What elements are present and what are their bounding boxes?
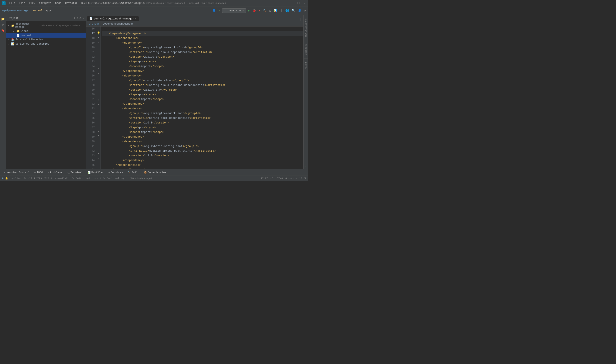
bottom-tab-todo-label: TODO [37, 171, 43, 174]
scratches-icon: 📝 [11, 42, 14, 46]
title-bar: J File Edit View Navigate Code Refactor … [0, 0, 308, 6]
translate-icon[interactable]: 🌐 [285, 8, 290, 13]
tree-root[interactable]: ▾ 📁 equipment-manage D:\YhcResource\myPr… [6, 22, 86, 29]
navigate-back-icon[interactable]: ◀ [45, 8, 48, 13]
toolbar-right: 👤 ✓ Current File ▾ ▶ 🐞 ■ 🔨 ◎ 📊 ⋮ 🌐 🔍 👤 ⚙ [212, 8, 306, 13]
search-everywhere-icon[interactable]: 🔍 [291, 8, 296, 13]
tree-root-path: D:\YhcResource\myProject\IdeaP... [38, 24, 84, 27]
bottom-tab-todo[interactable]: ☑ TODO [32, 170, 45, 175]
sync-ok-icon: ✓ [305, 165, 307, 168]
breadcrumb-sep: › [100, 22, 102, 26]
toolbar: equipment-manage › pom.xml ◀ ▶ 👤 ✓ Curre… [0, 6, 308, 15]
line-numbers: 1617181920212223242526272829303132333435… [86, 26, 96, 169]
tab-close-button[interactable]: ✕ [135, 17, 137, 20]
code-content[interactable]: <dependencyManagement> <dependencies> <d… [101, 26, 303, 169]
bottom-tab-profiler[interactable]: 📊 Profiler [85, 170, 106, 175]
tree-arrow-scratches: ▶ [8, 43, 10, 45]
tree-scratches[interactable]: ▶ 📝 Scratches and Consoles [6, 42, 86, 46]
bottom-tab-terminal[interactable]: >_ Terminal [65, 170, 85, 175]
structure-icon[interactable]: S [1, 23, 5, 26]
status-line-col[interactable]: 17:27 [261, 177, 268, 180]
bottom-tab-problems[interactable]: ⚠ Problems [45, 170, 64, 175]
stop-button[interactable]: ■ [258, 8, 261, 13]
tab-actions: ⋮ [299, 18, 303, 21]
project-panel-title: Project [8, 17, 72, 20]
gutter: 💡▾▾▾▾▾▾▾▾▾▾ [96, 26, 101, 169]
close-button[interactable]: ✕ [303, 1, 306, 5]
bottom-tab-deps-label: Dependencies [148, 171, 166, 174]
project-panel: Project ⊕ ≡ ⚙ ✕ ▾ 📁 equipment-manage D:\… [6, 15, 86, 169]
toolbar-sep: › [29, 9, 31, 12]
right-panel-buttons: Notifications Database Maven [304, 15, 308, 164]
status-bar: 🔔 Localized IntelliJ IDEA 2022.3 is avai… [0, 176, 308, 181]
notifications-panel-label[interactable]: Notifications [304, 17, 308, 39]
panel-collapse-icon[interactable]: ≡ [77, 16, 79, 20]
current-file-dropdown[interactable]: Current File ▾ [222, 8, 246, 13]
todo-icon: ☑ [34, 171, 36, 174]
bottom-tab-services[interactable]: ⚙ Services [106, 170, 125, 175]
file-label-toolbar: pom.xml [32, 9, 42, 12]
current-file-label: Current File [224, 9, 241, 12]
project-panel-header: Project ⊕ ≡ ⚙ ✕ [6, 15, 86, 21]
build-button[interactable]: 🔨 [262, 8, 267, 13]
panel-scope-icon[interactable]: ⊕ [74, 16, 75, 20]
pom-xml-icon: 📄 [16, 34, 20, 37]
navigate-forward-icon[interactable]: ▶ [49, 8, 52, 13]
run-button[interactable]: ▶ [247, 8, 250, 13]
breadcrumb-project[interactable]: project [89, 22, 99, 26]
svg-text:J: J [3, 2, 4, 5]
settings-icon[interactable]: ⚙ [303, 8, 306, 13]
left-sidebar-icons: 📁 S 🔖 [0, 15, 6, 169]
debug-button[interactable]: 🐞 [252, 8, 257, 13]
tree-pom-xml[interactable]: 📄 pom.xml [6, 33, 86, 38]
code-editor[interactable]: 1617181920212223242526272829303132333435… [86, 26, 303, 169]
menu-edit[interactable]: Edit [17, 1, 27, 5]
coverage-button[interactable]: ◎ [268, 8, 271, 13]
breadcrumb-dependency-mgmt[interactable]: dependencyManagement [103, 22, 134, 26]
bottom-tab-build[interactable]: 🔨 Build [125, 170, 141, 175]
menu-refactor[interactable]: Refactor [64, 1, 79, 5]
status-encoding[interactable]: UTF-8 [276, 177, 283, 180]
right-divider [304, 40, 308, 40]
profiler-button[interactable]: 📊 [273, 8, 278, 13]
status-time: 17:27 [299, 177, 306, 180]
bottom-tab-profiler-label: Profiler [92, 171, 104, 174]
tab-label: pom.xml (equipment-manage) [94, 17, 134, 20]
maven-panel-label[interactable]: Maven [304, 60, 308, 71]
avatar-icon[interactable]: 👤 [297, 8, 302, 13]
bottom-tab-dependencies[interactable]: 📦 Dependencies [142, 170, 168, 175]
maximize-button[interactable]: □ [297, 1, 300, 5]
deps-tab-icon: 📦 [144, 171, 147, 174]
sync-indicator: ✓ [304, 164, 308, 169]
menu-file[interactable]: File [7, 1, 17, 5]
minimize-button[interactable]: ─ [291, 1, 294, 5]
extlibs-icon: 📚 [11, 38, 14, 41]
profile-icon[interactable]: 👤 [212, 8, 216, 13]
vc-icon: ⎇ [3, 171, 6, 174]
database-panel-label[interactable]: Database [304, 42, 308, 57]
main-layout: 📁 S 🔖 Project ⊕ ≡ ⚙ ✕ ▾ 📁 equipment-mana… [0, 15, 308, 169]
tree-ext-libs[interactable]: ▶ 📚 External Libraries [6, 38, 86, 42]
bottom-tab-version-control[interactable]: ⎇ Version Control [1, 170, 32, 175]
editor-tab-pom[interactable]: 📄 pom.xml (equipment-manage) ✕ [87, 16, 139, 21]
project-icon[interactable]: 📁 [0, 17, 5, 22]
tab-more-icon[interactable]: ⋮ [299, 18, 302, 21]
build-tab-icon: 🔨 [128, 171, 131, 174]
panel-hide-icon[interactable]: ✕ [82, 16, 84, 20]
tree-idea-label: .idea [21, 30, 28, 33]
tab-xml-icon: 📄 [89, 17, 93, 20]
panel-settings-icon[interactable]: ⚙ [80, 16, 81, 20]
tree-arrow-root: ▾ [8, 24, 10, 27]
menu-navigate[interactable]: Navigate [37, 1, 53, 5]
status-indent[interactable]: 4 spaces [285, 177, 297, 180]
status-right: 17:27 LF UTF-8 4 spaces 17:27 [261, 177, 306, 180]
more-actions-icon[interactable]: ⋮ [279, 8, 283, 13]
menu-code[interactable]: Code [54, 1, 63, 5]
git-icon[interactable]: ✓ [218, 8, 221, 13]
services-icon: ⚙ [108, 171, 110, 174]
bottom-tab-bar: ⎇ Version Control ☑ TODO ⚠ Problems >_ T… [0, 169, 308, 176]
status-line-ending[interactable]: LF [270, 177, 273, 180]
bookmarks-icon[interactable]: 🔖 [1, 28, 5, 33]
menu-view[interactable]: View [27, 1, 37, 5]
tree-idea-folder[interactable]: ▶ 📁 .idea [6, 29, 86, 33]
